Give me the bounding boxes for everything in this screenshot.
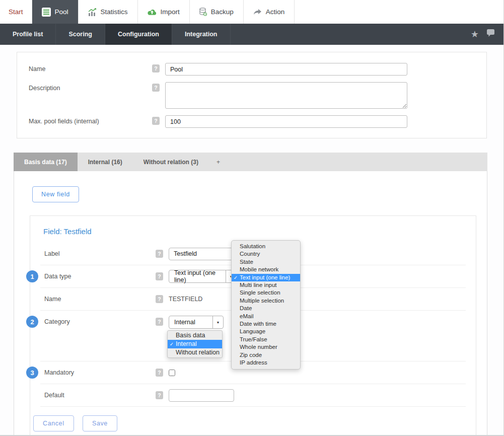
- dropdown-option[interactable]: IP address: [232, 359, 300, 367]
- import-cloud-icon: [148, 9, 157, 16]
- dropdown-option[interactable]: Multiple selection: [232, 297, 300, 305]
- pool-name-input[interactable]: [165, 63, 407, 76]
- topnav-label: Pool: [55, 8, 68, 16]
- help-icon[interactable]: ?: [156, 318, 163, 326]
- check-spacer: [232, 266, 240, 273]
- subnav-item-integration[interactable]: Integration: [172, 24, 231, 45]
- help-icon[interactable]: ?: [156, 369, 163, 377]
- new-field-button[interactable]: New field: [32, 186, 79, 202]
- subnav-label: Profile list: [13, 31, 43, 38]
- check-spacer: [232, 359, 240, 367]
- save-button[interactable]: Save: [83, 415, 117, 431]
- field-editor-title: Field: Testfield: [30, 216, 476, 243]
- help-icon[interactable]: ?: [156, 250, 163, 258]
- default-value-input[interactable]: [169, 389, 234, 402]
- subnav-item-configuration[interactable]: Configuration: [105, 24, 172, 45]
- pool-description-textarea[interactable]: [165, 82, 407, 109]
- dropdown-option-label: IP address: [240, 359, 267, 367]
- add-tab-icon: +: [217, 159, 220, 166]
- mandatory-checkbox[interactable]: [169, 370, 175, 376]
- topnav-item-start[interactable]: Start: [0, 0, 32, 24]
- dropdown-option-label: Language: [240, 328, 265, 335]
- help-icon[interactable]: ?: [156, 272, 163, 280]
- dropdown-option-label: Multiple selection: [240, 297, 284, 305]
- dropdown-option-label: Salutation: [240, 243, 265, 250]
- default-row: Default ?: [40, 384, 466, 407]
- dropdown-option[interactable]: Multi line input: [232, 281, 300, 289]
- check-spacer: [232, 289, 240, 297]
- field-label-input[interactable]: [169, 248, 234, 260]
- dropdown-option[interactable]: State: [232, 258, 300, 266]
- top-navigation: Start Pool Statistics Import Backup Acti…: [0, 0, 503, 24]
- subnav-label: Scoring: [68, 31, 92, 38]
- topnav-label: Action: [266, 8, 285, 16]
- field-editor-rows: Label ? 1 Data type ? Text input (one li…: [40, 243, 466, 407]
- tab-without-relation[interactable]: Without relation (3): [133, 153, 209, 171]
- help-icon[interactable]: ?: [156, 295, 163, 303]
- dropdown-option[interactable]: Salutation: [232, 243, 300, 250]
- topnav-item-import[interactable]: Import: [138, 0, 190, 24]
- default-label: Default: [44, 392, 156, 399]
- name-row: Name ?: [29, 63, 475, 76]
- subnav-item-profile-list[interactable]: Profile list: [0, 24, 56, 45]
- topnav-item-pool[interactable]: Pool: [32, 0, 79, 24]
- data-type-label: Data type: [44, 273, 156, 280]
- check-spacer: [232, 320, 240, 328]
- tab-internal[interactable]: Internal (16): [78, 153, 133, 171]
- check-spacer: [232, 250, 240, 258]
- subnav-item-scoring[interactable]: Scoring: [56, 24, 105, 45]
- dropdown-option-label: Text input (one line): [240, 274, 290, 281]
- dropdown-option[interactable]: Date with time: [232, 320, 300, 328]
- max-pool-fields-input[interactable]: [165, 115, 407, 128]
- help-icon[interactable]: ?: [152, 117, 160, 125]
- check-spacer: [232, 243, 240, 250]
- dropdown-option[interactable]: ✓Internal: [168, 340, 222, 348]
- data-type-selected-value: Text input (one line): [169, 270, 226, 282]
- dropdown-option-label: Zip code: [240, 351, 262, 359]
- topnav-item-statistics[interactable]: Statistics: [79, 0, 138, 24]
- subnav-label: Integration: [185, 31, 218, 38]
- comment-bubble-icon[interactable]: [486, 29, 495, 39]
- category-select[interactable]: Internal ▼: [169, 316, 224, 329]
- dropdown-option[interactable]: Country: [232, 250, 300, 258]
- data-type-select[interactable]: Text input (one line) ▼: [169, 270, 237, 283]
- topnav-label: Import: [161, 8, 180, 16]
- label-label: Label: [44, 250, 156, 257]
- chevron-down-icon: ▼: [212, 316, 223, 328]
- topnav-item-backup[interactable]: Backup: [190, 0, 244, 24]
- dropdown-option-label: Basis data: [176, 331, 205, 340]
- topnav-item-action[interactable]: Action: [244, 0, 295, 24]
- dropdown-option[interactable]: Zip code: [232, 351, 300, 359]
- cancel-button[interactable]: Cancel: [33, 415, 74, 431]
- help-icon[interactable]: ?: [152, 84, 160, 92]
- action-arrow-icon: [253, 9, 262, 16]
- dropdown-option[interactable]: Language: [232, 328, 300, 335]
- description-label: Description: [29, 82, 152, 92]
- tab-basis-data[interactable]: Basis data (17): [14, 153, 78, 171]
- dropdown-option[interactable]: Without relation: [168, 348, 222, 357]
- tab-label: Internal (16): [88, 159, 122, 166]
- dropdown-option-label: Without relation: [176, 348, 220, 357]
- backup-database-icon: [199, 8, 207, 16]
- check-spacer: [232, 313, 240, 320]
- star-icon[interactable]: ★: [471, 30, 479, 39]
- dropdown-option[interactable]: True/False: [232, 336, 300, 343]
- help-icon[interactable]: ?: [152, 64, 160, 72]
- check-spacer: [232, 305, 240, 312]
- tab-add[interactable]: +: [209, 153, 228, 171]
- dropdown-option[interactable]: Mobile network: [232, 266, 300, 273]
- dropdown-option[interactable]: eMail: [232, 313, 300, 320]
- help-icon[interactable]: ?: [156, 391, 163, 399]
- dropdown-option-label: Date with time: [240, 320, 276, 328]
- max-pool-fields-label: Max. pool fields (internal): [29, 115, 152, 125]
- dropdown-option[interactable]: Single selection: [232, 289, 300, 297]
- dropdown-option[interactable]: Whole number: [232, 343, 300, 351]
- category-label: Category: [44, 316, 156, 325]
- check-spacer: [168, 331, 176, 340]
- name-label: Name: [29, 63, 152, 72]
- field-editor-panel: Field: Testfield Label ? 1 Data type ? T…: [30, 215, 476, 436]
- step-badge-1: 1: [26, 270, 38, 282]
- dropdown-option[interactable]: ✓Text input (one line): [232, 274, 300, 281]
- dropdown-option[interactable]: Date: [232, 305, 300, 312]
- dropdown-option[interactable]: Basis data: [168, 331, 222, 340]
